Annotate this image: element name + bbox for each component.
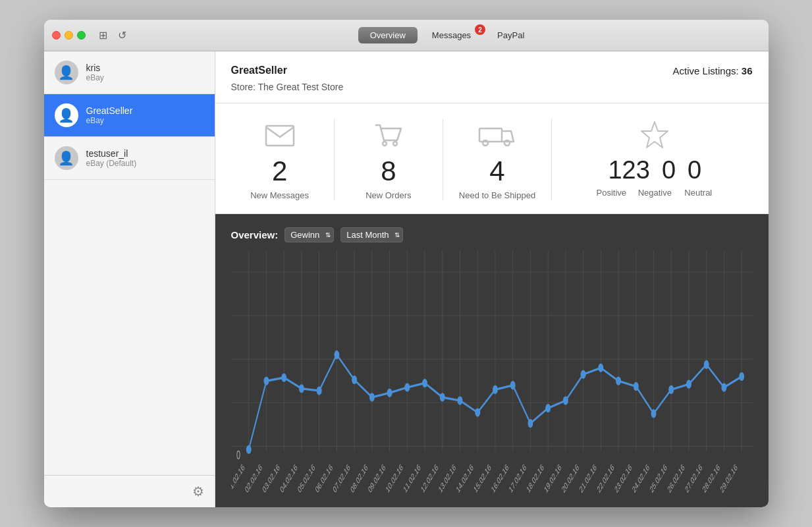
- sidebar-item-greatseller[interactable]: 👤 GreatSeller eBay: [44, 94, 215, 137]
- stat-value-positive: 123: [608, 157, 649, 182]
- svg-point-58: [528, 419, 533, 428]
- svg-point-59: [545, 404, 551, 412]
- sidebar-item-sub-kris: eBay: [86, 73, 104, 82]
- tab-paypal[interactable]: PayPal: [485, 27, 536, 43]
- sidebar-item-sub-testuser: eBay (Default): [86, 159, 137, 168]
- active-listings-count: 36: [742, 65, 753, 76]
- svg-point-43: [263, 377, 269, 385]
- svg-point-63: [616, 377, 621, 385]
- svg-point-54: [457, 396, 462, 404]
- close-button[interactable]: [52, 31, 61, 40]
- stats-row: 2 New Messages 8 New Orders: [215, 103, 769, 214]
- stat-label-orders: New Orders: [365, 190, 411, 200]
- svg-point-52: [422, 379, 427, 387]
- svg-text:10.02.16: 10.02.16: [385, 462, 404, 495]
- seller-name: GreatSeller: [231, 65, 287, 76]
- svg-text:12.02.16: 12.02.16: [420, 462, 439, 495]
- sidebar-toggle-icon[interactable]: ⊞: [96, 26, 110, 44]
- svg-point-65: [651, 409, 656, 418]
- svg-text:07.02.16: 07.02.16: [331, 462, 350, 495]
- svg-point-57: [510, 381, 515, 389]
- sidebar-item-sub-greatseller: eBay: [86, 116, 133, 125]
- active-listings-label: Active Listings:: [673, 65, 739, 76]
- avatar-testuser: 👤: [55, 146, 78, 170]
- svg-point-1: [383, 142, 387, 146]
- svg-point-55: [475, 408, 480, 417]
- svg-point-56: [492, 385, 497, 394]
- chart-container: 0: [231, 250, 753, 501]
- divider-1: [334, 119, 335, 200]
- svg-point-42: [246, 445, 251, 454]
- svg-text:29.02.16: 29.02.16: [718, 462, 738, 495]
- svg-text:16.02.16: 16.02.16: [490, 462, 509, 495]
- svg-text:08.02.16: 08.02.16: [349, 462, 368, 495]
- stat-value-negative: 0: [662, 157, 676, 182]
- svg-text:22.02.16: 22.02.16: [595, 462, 614, 495]
- svg-text:19.02.16: 19.02.16: [543, 462, 562, 495]
- divider-3: [551, 119, 552, 200]
- feedback-group: 123 0 0 Positive Negative Neutral: [557, 119, 752, 198]
- svg-point-60: [562, 396, 568, 404]
- svg-text:17.02.16: 17.02.16: [508, 462, 527, 495]
- store-label: Store:: [231, 82, 256, 92]
- chart-period-select[interactable]: Last Month This Month Last Week: [340, 227, 403, 242]
- user-icon-active: 👤: [58, 107, 74, 123]
- tab-overview[interactable]: Overview: [358, 27, 418, 43]
- stat-need-to-ship: 4 Need to Be Shipped: [448, 119, 546, 200]
- messages-badge: 2: [475, 24, 485, 35]
- svg-rect-0: [266, 126, 294, 146]
- stat-label-ship: Need to Be Shipped: [459, 190, 535, 200]
- svg-point-47: [334, 350, 339, 359]
- stat-value-messages: 2: [272, 157, 287, 185]
- refresh-icon[interactable]: ↺: [115, 26, 129, 44]
- maximize-button[interactable]: [77, 31, 86, 40]
- chart-title: Overview:: [231, 229, 279, 240]
- svg-text:23.02.16: 23.02.16: [613, 462, 632, 495]
- avatar-kris: 👤: [55, 61, 78, 84]
- stat-new-orders: 8 New Orders: [340, 119, 437, 200]
- svg-point-51: [404, 383, 410, 392]
- tab-messages[interactable]: Messages 2: [420, 27, 483, 43]
- svg-point-2: [393, 142, 397, 146]
- svg-text:24.02.16: 24.02.16: [631, 462, 650, 495]
- sidebar-item-name-greatseller: GreatSeller: [86, 105, 133, 116]
- svg-text:05.02.16: 05.02.16: [296, 462, 315, 495]
- stat-value-orders: 8: [381, 157, 396, 185]
- svg-text:03.02.16: 03.02.16: [261, 462, 280, 495]
- chart-period-wrapper: Last Month This Month Last Week: [340, 227, 403, 242]
- svg-text:04.02.16: 04.02.16: [279, 462, 298, 495]
- svg-point-68: [703, 360, 709, 369]
- svg-text:21.02.16: 21.02.16: [578, 462, 597, 495]
- svg-text:11.02.16: 11.02.16: [402, 462, 421, 495]
- user-icon: 👤: [58, 65, 74, 80]
- svg-text:28.02.16: 28.02.16: [701, 462, 720, 495]
- store-name: The Great Test Store: [258, 82, 344, 92]
- tab-messages-label: Messages: [432, 30, 471, 40]
- settings-icon[interactable]: ⚙: [192, 484, 204, 499]
- active-listings: Active Listings: 36: [673, 65, 753, 76]
- avatar-greatseller: 👤: [55, 103, 78, 127]
- svg-point-5: [504, 140, 510, 146]
- svg-point-4: [483, 140, 488, 146]
- sidebar-item-name-testuser: testuser_il: [86, 148, 137, 159]
- stat-label-negative: Negative: [635, 188, 674, 198]
- svg-text:01.02.16: 01.02.16: [231, 462, 246, 495]
- svg-text:26.02.16: 26.02.16: [666, 462, 685, 495]
- chart-area: Overview: Gewinn Umsatz Last Month This …: [215, 214, 769, 507]
- sidebar-item-kris[interactable]: 👤 kris eBay: [44, 51, 215, 94]
- stat-label-messages: New Messages: [250, 190, 309, 200]
- chart-type-select[interactable]: Gewinn Umsatz: [284, 227, 334, 242]
- main-window: ⊞ ↺ Overview Messages 2 PayPal 👤 kris eB…: [44, 20, 769, 507]
- svg-point-64: [633, 382, 638, 391]
- svg-text:25.02.16: 25.02.16: [649, 462, 668, 495]
- stat-new-messages: 2 New Messages: [231, 119, 329, 200]
- sidebar-item-testuser[interactable]: 👤 testuser_il eBay (Default): [44, 137, 215, 180]
- line-chart: 0: [231, 250, 753, 501]
- svg-text:13.02.16: 13.02.16: [437, 462, 456, 495]
- minimize-button[interactable]: [65, 31, 73, 40]
- sidebar-footer: ⚙: [44, 475, 215, 507]
- stat-feedback-icon-area: 123 0 0 Positive Negative Neutral: [557, 119, 752, 198]
- envelope-icon: [264, 119, 296, 152]
- user-icon-testuser: 👤: [58, 150, 74, 166]
- tab-bar: Overview Messages 2 PayPal: [358, 27, 537, 43]
